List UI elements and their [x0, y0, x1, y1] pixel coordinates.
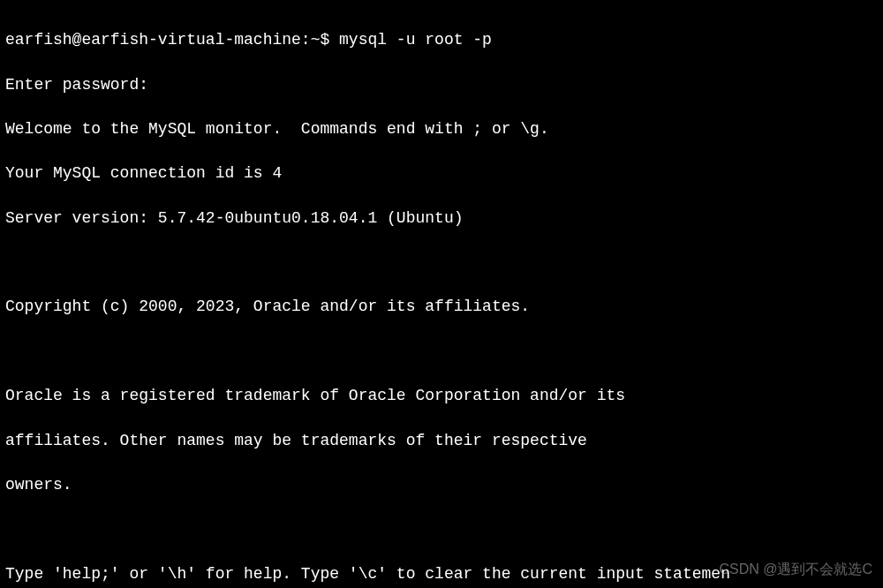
blank-line — [5, 518, 878, 540]
shell-prompt-line: earfish@earfish-virtual-machine:~$ mysql… — [5, 29, 878, 51]
trademark-line-3: owners. — [5, 474, 878, 496]
blank-line — [5, 252, 878, 274]
trademark-line-1: Oracle is a registered trademark of Orac… — [5, 385, 878, 407]
blank-line — [5, 341, 878, 363]
welcome-message: Welcome to the MySQL monitor. Commands e… — [5, 118, 878, 140]
shell-prompt: earfish@earfish-virtual-machine:~$ — [5, 31, 339, 49]
trademark-line-2: affiliates. Other names may be trademark… — [5, 430, 878, 452]
watermark: CSDN @遇到不会就选C — [719, 560, 872, 579]
terminal-output[interactable]: earfish@earfish-virtual-machine:~$ mysql… — [5, 7, 878, 588]
server-version: Server version: 5.7.42-0ubuntu0.18.04.1 … — [5, 207, 878, 230]
copyright: Copyright (c) 2000, 2023, Oracle and/or … — [5, 296, 878, 318]
shell-command: mysql -u root -p — [339, 31, 492, 49]
connection-id: Your MySQL connection id is 4 — [5, 162, 878, 185]
password-prompt: Enter password: — [5, 74, 878, 96]
